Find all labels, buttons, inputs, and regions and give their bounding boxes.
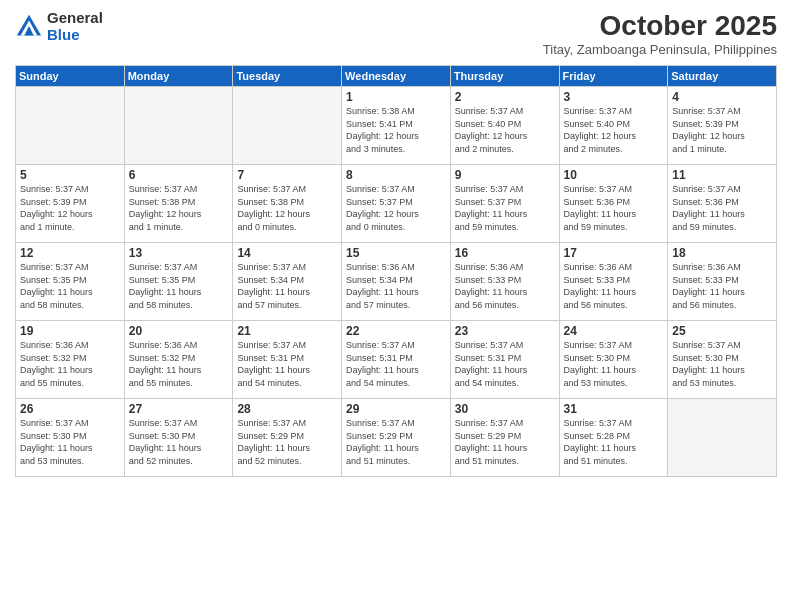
day-info: Sunrise: 5:37 AM Sunset: 5:40 PM Dayligh… xyxy=(455,105,555,155)
header-wednesday: Wednesday xyxy=(342,66,451,87)
day-info: Sunrise: 5:37 AM Sunset: 5:30 PM Dayligh… xyxy=(672,339,772,389)
day-info: Sunrise: 5:37 AM Sunset: 5:38 PM Dayligh… xyxy=(129,183,229,233)
day-info: Sunrise: 5:37 AM Sunset: 5:37 PM Dayligh… xyxy=(346,183,446,233)
table-row: 9Sunrise: 5:37 AM Sunset: 5:37 PM Daylig… xyxy=(450,165,559,243)
logo-text: General Blue xyxy=(47,10,103,43)
header-thursday: Thursday xyxy=(450,66,559,87)
logo: General Blue xyxy=(15,10,103,43)
day-number: 3 xyxy=(564,90,664,104)
logo-general-text: General xyxy=(47,10,103,27)
table-row xyxy=(124,87,233,165)
calendar-week-row: 26Sunrise: 5:37 AM Sunset: 5:30 PM Dayli… xyxy=(16,399,777,477)
table-row xyxy=(233,87,342,165)
day-number: 26 xyxy=(20,402,120,416)
header-friday: Friday xyxy=(559,66,668,87)
day-number: 31 xyxy=(564,402,664,416)
table-row: 5Sunrise: 5:37 AM Sunset: 5:39 PM Daylig… xyxy=(16,165,125,243)
table-row: 15Sunrise: 5:36 AM Sunset: 5:34 PM Dayli… xyxy=(342,243,451,321)
calendar-week-row: 19Sunrise: 5:36 AM Sunset: 5:32 PM Dayli… xyxy=(16,321,777,399)
day-info: Sunrise: 5:37 AM Sunset: 5:30 PM Dayligh… xyxy=(20,417,120,467)
day-info: Sunrise: 5:37 AM Sunset: 5:29 PM Dayligh… xyxy=(455,417,555,467)
day-number: 28 xyxy=(237,402,337,416)
day-info: Sunrise: 5:37 AM Sunset: 5:29 PM Dayligh… xyxy=(237,417,337,467)
table-row: 2Sunrise: 5:37 AM Sunset: 5:40 PM Daylig… xyxy=(450,87,559,165)
calendar-week-row: 12Sunrise: 5:37 AM Sunset: 5:35 PM Dayli… xyxy=(16,243,777,321)
day-info: Sunrise: 5:36 AM Sunset: 5:33 PM Dayligh… xyxy=(564,261,664,311)
table-row: 23Sunrise: 5:37 AM Sunset: 5:31 PM Dayli… xyxy=(450,321,559,399)
table-row: 24Sunrise: 5:37 AM Sunset: 5:30 PM Dayli… xyxy=(559,321,668,399)
table-row: 7Sunrise: 5:37 AM Sunset: 5:38 PM Daylig… xyxy=(233,165,342,243)
table-row: 20Sunrise: 5:36 AM Sunset: 5:32 PM Dayli… xyxy=(124,321,233,399)
day-number: 22 xyxy=(346,324,446,338)
table-row: 21Sunrise: 5:37 AM Sunset: 5:31 PM Dayli… xyxy=(233,321,342,399)
day-number: 7 xyxy=(237,168,337,182)
page-container: General Blue October 2025 Titay, Zamboan… xyxy=(0,0,792,487)
table-row: 31Sunrise: 5:37 AM Sunset: 5:28 PM Dayli… xyxy=(559,399,668,477)
day-info: Sunrise: 5:37 AM Sunset: 5:35 PM Dayligh… xyxy=(20,261,120,311)
day-number: 30 xyxy=(455,402,555,416)
table-row: 8Sunrise: 5:37 AM Sunset: 5:37 PM Daylig… xyxy=(342,165,451,243)
table-row: 3Sunrise: 5:37 AM Sunset: 5:40 PM Daylig… xyxy=(559,87,668,165)
day-info: Sunrise: 5:36 AM Sunset: 5:33 PM Dayligh… xyxy=(672,261,772,311)
table-row: 1Sunrise: 5:38 AM Sunset: 5:41 PM Daylig… xyxy=(342,87,451,165)
day-number: 24 xyxy=(564,324,664,338)
day-number: 8 xyxy=(346,168,446,182)
day-number: 4 xyxy=(672,90,772,104)
month-title: October 2025 xyxy=(543,10,777,42)
day-info: Sunrise: 5:37 AM Sunset: 5:28 PM Dayligh… xyxy=(564,417,664,467)
day-number: 10 xyxy=(564,168,664,182)
table-row: 11Sunrise: 5:37 AM Sunset: 5:36 PM Dayli… xyxy=(668,165,777,243)
header-monday: Monday xyxy=(124,66,233,87)
day-info: Sunrise: 5:37 AM Sunset: 5:37 PM Dayligh… xyxy=(455,183,555,233)
day-number: 25 xyxy=(672,324,772,338)
header-sunday: Sunday xyxy=(16,66,125,87)
calendar-table: Sunday Monday Tuesday Wednesday Thursday… xyxy=(15,65,777,477)
day-info: Sunrise: 5:38 AM Sunset: 5:41 PM Dayligh… xyxy=(346,105,446,155)
day-number: 12 xyxy=(20,246,120,260)
table-row: 19Sunrise: 5:36 AM Sunset: 5:32 PM Dayli… xyxy=(16,321,125,399)
day-number: 11 xyxy=(672,168,772,182)
table-row: 6Sunrise: 5:37 AM Sunset: 5:38 PM Daylig… xyxy=(124,165,233,243)
table-row: 27Sunrise: 5:37 AM Sunset: 5:30 PM Dayli… xyxy=(124,399,233,477)
day-info: Sunrise: 5:37 AM Sunset: 5:40 PM Dayligh… xyxy=(564,105,664,155)
table-row: 4Sunrise: 5:37 AM Sunset: 5:39 PM Daylig… xyxy=(668,87,777,165)
table-row: 18Sunrise: 5:36 AM Sunset: 5:33 PM Dayli… xyxy=(668,243,777,321)
location-subtitle: Titay, Zamboanga Peninsula, Philippines xyxy=(543,42,777,57)
table-row: 26Sunrise: 5:37 AM Sunset: 5:30 PM Dayli… xyxy=(16,399,125,477)
day-number: 15 xyxy=(346,246,446,260)
day-info: Sunrise: 5:37 AM Sunset: 5:34 PM Dayligh… xyxy=(237,261,337,311)
logo-icon xyxy=(15,13,43,41)
day-info: Sunrise: 5:36 AM Sunset: 5:33 PM Dayligh… xyxy=(455,261,555,311)
day-info: Sunrise: 5:37 AM Sunset: 5:31 PM Dayligh… xyxy=(237,339,337,389)
day-info: Sunrise: 5:36 AM Sunset: 5:32 PM Dayligh… xyxy=(129,339,229,389)
day-number: 9 xyxy=(455,168,555,182)
table-row: 12Sunrise: 5:37 AM Sunset: 5:35 PM Dayli… xyxy=(16,243,125,321)
header: General Blue October 2025 Titay, Zamboan… xyxy=(15,10,777,57)
calendar-week-row: 5Sunrise: 5:37 AM Sunset: 5:39 PM Daylig… xyxy=(16,165,777,243)
table-row: 30Sunrise: 5:37 AM Sunset: 5:29 PM Dayli… xyxy=(450,399,559,477)
title-block: October 2025 Titay, Zamboanga Peninsula,… xyxy=(543,10,777,57)
table-row: 10Sunrise: 5:37 AM Sunset: 5:36 PM Dayli… xyxy=(559,165,668,243)
table-row: 25Sunrise: 5:37 AM Sunset: 5:30 PM Dayli… xyxy=(668,321,777,399)
day-info: Sunrise: 5:37 AM Sunset: 5:36 PM Dayligh… xyxy=(672,183,772,233)
day-info: Sunrise: 5:37 AM Sunset: 5:31 PM Dayligh… xyxy=(455,339,555,389)
day-number: 20 xyxy=(129,324,229,338)
day-info: Sunrise: 5:36 AM Sunset: 5:34 PM Dayligh… xyxy=(346,261,446,311)
weekday-header-row: Sunday Monday Tuesday Wednesday Thursday… xyxy=(16,66,777,87)
day-info: Sunrise: 5:37 AM Sunset: 5:29 PM Dayligh… xyxy=(346,417,446,467)
day-number: 1 xyxy=(346,90,446,104)
day-number: 27 xyxy=(129,402,229,416)
table-row: 29Sunrise: 5:37 AM Sunset: 5:29 PM Dayli… xyxy=(342,399,451,477)
day-info: Sunrise: 5:37 AM Sunset: 5:36 PM Dayligh… xyxy=(564,183,664,233)
day-info: Sunrise: 5:36 AM Sunset: 5:32 PM Dayligh… xyxy=(20,339,120,389)
day-number: 19 xyxy=(20,324,120,338)
day-info: Sunrise: 5:37 AM Sunset: 5:30 PM Dayligh… xyxy=(564,339,664,389)
calendar-week-row: 1Sunrise: 5:38 AM Sunset: 5:41 PM Daylig… xyxy=(16,87,777,165)
table-row: 16Sunrise: 5:36 AM Sunset: 5:33 PM Dayli… xyxy=(450,243,559,321)
day-info: Sunrise: 5:37 AM Sunset: 5:38 PM Dayligh… xyxy=(237,183,337,233)
table-row: 28Sunrise: 5:37 AM Sunset: 5:29 PM Dayli… xyxy=(233,399,342,477)
day-number: 6 xyxy=(129,168,229,182)
table-row: 14Sunrise: 5:37 AM Sunset: 5:34 PM Dayli… xyxy=(233,243,342,321)
table-row xyxy=(16,87,125,165)
day-number: 13 xyxy=(129,246,229,260)
